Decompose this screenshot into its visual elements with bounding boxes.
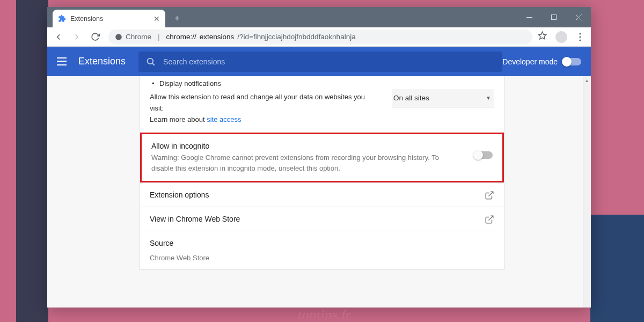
search-icon (146, 57, 156, 67)
new-tab-button[interactable]: + (170, 11, 185, 26)
incognito-warning: Warning: Google Chrome cannot prevent ex… (151, 152, 452, 173)
incognito-toggle[interactable] (474, 151, 493, 159)
reload-button[interactable] (87, 29, 103, 45)
search-input[interactable]: Search extensions (138, 52, 502, 72)
menu-icon[interactable] (57, 56, 68, 67)
developer-mode-toggle[interactable] (563, 58, 581, 65)
learn-more-line: Learn more about site access (150, 114, 494, 126)
permission-item: Display notifications (150, 79, 494, 87)
window-controls (517, 7, 591, 27)
allow-incognito-row: Allow in incognito Warning: Google Chrom… (140, 133, 504, 182)
extension-icon (58, 14, 66, 23)
url-host: chrome:// (166, 33, 196, 41)
source-label: Source (150, 239, 494, 247)
url-rest: /?id=fihnjjcciajhdojfnbdddfaoknhalnja (237, 33, 355, 41)
browser-menu-button[interactable] (573, 33, 588, 41)
extension-options-row[interactable]: Extension options (140, 182, 504, 207)
content-area: ▴ Display notifications Allow this exten… (47, 76, 591, 308)
site-access-link[interactable]: site access (207, 115, 241, 123)
svg-point-7 (579, 36, 581, 38)
site-access-description: Allow this extension to read and change … (150, 92, 380, 114)
svg-line-12 (489, 216, 493, 221)
learn-more-prefix: Learn more about (150, 115, 207, 123)
scroll-up-arrow[interactable]: ▴ (583, 76, 591, 84)
svg-point-4 (115, 34, 122, 40)
source-row: Source Chrome Web Store (140, 231, 504, 269)
svg-line-10 (152, 63, 155, 65)
webstore-label: View in Chrome Web Store (150, 215, 494, 223)
chrome-icon (115, 33, 122, 41)
page-title: Extensions (78, 56, 126, 67)
developer-mode-label: Developer mode (502, 57, 558, 66)
bookmark-star-icon[interactable] (538, 31, 547, 42)
browser-tab[interactable]: Extensions ✕ (53, 10, 165, 27)
browser-window: Extensions ✕ + Chrome | chrome://extensi… (47, 7, 591, 308)
scrollbar[interactable]: ▴ (583, 76, 591, 308)
svg-marker-5 (538, 32, 546, 39)
developer-mode-control: Developer mode (502, 57, 581, 66)
svg-point-6 (579, 33, 581, 34)
svg-point-8 (579, 39, 581, 41)
url-path-bold: extensions (200, 33, 235, 41)
address-bar[interactable]: Chrome | chrome://extensions/?id=fihnjjc… (108, 30, 532, 45)
chevron-down-icon: ▼ (486, 95, 491, 101)
svg-line-11 (489, 192, 493, 196)
extension-detail-card: Display notifications Allow this extensi… (140, 76, 504, 270)
incognito-title: Allow in incognito (151, 142, 493, 150)
svg-point-9 (148, 58, 153, 64)
address-bar-row: Chrome | chrome://extensions/?id=fihnjjc… (47, 27, 591, 47)
view-webstore-row[interactable]: View in Chrome Web Store (140, 207, 504, 231)
site-access-dropdown[interactable]: On all sites ▼ (392, 89, 494, 107)
titlebar: Extensions ✕ + (47, 7, 591, 27)
tab-close-icon[interactable]: ✕ (153, 14, 160, 23)
permissions-row: Display notifications Allow this extensi… (140, 76, 504, 133)
svg-rect-1 (552, 15, 557, 20)
extension-options-label: Extension options (150, 191, 494, 199)
open-external-icon (485, 215, 494, 224)
forward-button[interactable] (69, 29, 85, 45)
source-value: Chrome Web Store (150, 254, 494, 262)
url-separator: | (158, 33, 160, 41)
open-external-icon (485, 191, 494, 200)
back-button[interactable] (50, 29, 67, 45)
search-placeholder: Search extensions (163, 57, 225, 66)
maximize-button[interactable] (541, 7, 566, 27)
tab-title: Extensions (70, 15, 103, 23)
url-scheme-label: Chrome (126, 33, 151, 41)
close-window-button[interactable] (566, 7, 591, 27)
profile-avatar[interactable] (555, 31, 567, 43)
extensions-header: Extensions Search extensions Developer m… (47, 47, 591, 76)
watermark: toptips.fr (298, 307, 352, 322)
minimize-button[interactable] (517, 7, 541, 27)
dropdown-value: On all sites (393, 94, 429, 102)
